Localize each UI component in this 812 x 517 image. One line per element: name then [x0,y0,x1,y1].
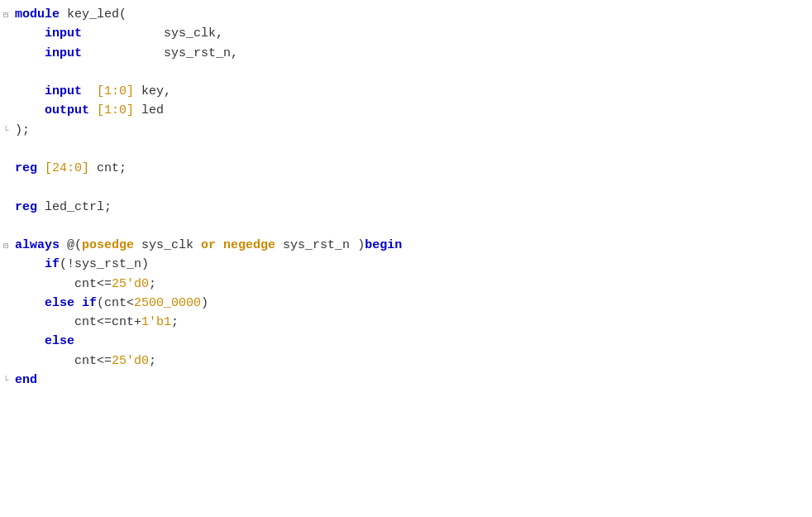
code-editor: ⊟ module key_led( input sys_clk, input s… [0,0,812,517]
code-line-17: cnt<=cnt+1'b1; [15,313,805,332]
line-3: input sys_rst_n, [0,44,812,63]
line-4 [0,63,812,82]
fold-gutter-13[interactable]: ⊟ [0,240,12,253]
line-6: output [1:0] led [0,101,812,120]
fold-gutter-8 [0,143,12,157]
fold-gutter-9 [0,162,12,176]
line-18: else [0,332,812,351]
line-13: ⊟ always @(posedge sys_clk or negedge sy… [0,236,812,255]
fold-gutter-10 [0,181,12,195]
code-line-16: else if(cnt<2500_0000) [15,294,805,313]
line-11: reg led_ctrl; [0,198,812,217]
fold-icon-13[interactable]: ⊟ [3,240,8,253]
fold-gutter-7: └ [0,124,12,138]
code-line-15: cnt<=25'd0; [15,275,805,294]
line-20: └ end [0,371,812,390]
code-line-3: input sys_rst_n, [15,44,805,63]
fold-gutter-1[interactable]: ⊟ [0,9,12,22]
line-17: cnt<=cnt+1'b1; [0,313,812,332]
code-line-7: ); [15,121,805,140]
fold-gutter-15 [0,278,12,292]
fold-gutter-2 [0,27,12,41]
fold-gutter-12 [0,220,12,234]
code-line-2: input sys_clk, [15,24,805,43]
line-16: else if(cnt<2500_0000) [0,294,812,313]
code-line-10 [15,178,805,197]
fold-gutter-3 [0,47,12,61]
code-line-9: reg [24:0] cnt; [15,159,805,178]
code-line-12 [15,217,805,236]
code-line-11: reg led_ctrl; [15,198,805,217]
code-line-20: end [15,371,805,390]
code-line-4 [15,63,805,82]
line-12 [0,217,812,236]
fold-gutter-6 [0,104,12,118]
fold-gutter-11 [0,201,12,215]
fold-gutter-5 [0,85,12,99]
fold-gutter-19 [0,355,12,369]
code-line-8 [15,140,805,159]
code-line-19: cnt<=25'd0; [15,352,805,371]
line-2: input sys_clk, [0,24,812,43]
code-line-1: module key_led( [15,5,805,24]
line-7: └ ); [0,121,812,140]
code-line-5: input [1:0] key, [15,82,805,101]
fold-gutter-14 [0,258,12,272]
line-5: input [1:0] key, [0,82,812,101]
line-8 [0,140,812,159]
fold-gutter-20: └ [0,374,12,388]
code-line-6: output [1:0] led [15,101,805,120]
line-14: if(!sys_rst_n) [0,255,812,274]
line-10 [0,178,812,197]
fold-gutter-18 [0,335,12,349]
fold-gutter-16 [0,297,12,311]
line-1: ⊟ module key_led( [0,5,812,24]
code-line-18: else [15,332,805,351]
code-line-14: if(!sys_rst_n) [15,255,805,274]
line-19: cnt<=25'd0; [0,352,812,371]
code-line-13: always @(posedge sys_clk or negedge sys_… [15,236,805,255]
fold-gutter-17 [0,316,12,330]
line-15: cnt<=25'd0; [0,275,812,294]
fold-icon-1[interactable]: ⊟ [3,9,8,22]
fold-gutter-4 [0,66,12,80]
line-9: reg [24:0] cnt; [0,159,812,178]
